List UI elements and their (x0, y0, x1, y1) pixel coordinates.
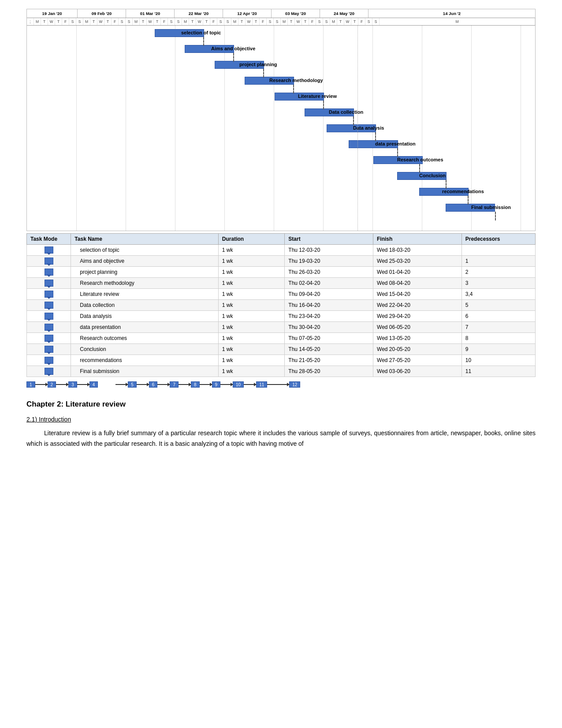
task-start-cell: Thu 23-04-20 (285, 311, 373, 322)
task-name-cell: Conclusion (71, 344, 218, 355)
gantt-day-header: ; M T W T F S S M T W T F S S M T W T F … (27, 18, 535, 26)
task-mode-icon (45, 368, 53, 375)
table-row: Final submission1 wkThu 28-05-20Wed 03-0… (27, 366, 536, 377)
date-cell: 09 Feb '20 (78, 9, 126, 18)
task-name-cell: Data analysis (71, 311, 218, 322)
timeline-bottom: 1 2 3 4 5 6 7 8 (26, 381, 536, 388)
day-label: M (34, 18, 41, 25)
day-label: T (154, 18, 161, 25)
gantt-label-data-coll: Data collection (329, 109, 363, 115)
date-cell: 22 Mar '20 (175, 9, 223, 18)
task-start-cell: Thu 26-03-20 (285, 267, 373, 278)
task-mode-icon (45, 291, 53, 298)
day-label: T (41, 18, 48, 25)
col-duration: Duration (218, 234, 285, 245)
task-name-cell: Data collection (71, 300, 218, 311)
task-predecessors-cell: 8 (462, 333, 535, 344)
day-label: W (344, 18, 351, 25)
task-name-cell: Research methodology (71, 278, 218, 289)
timeline-box-7: 7 (170, 381, 179, 388)
date-cell: 24 May '20 (320, 9, 368, 18)
day-label: F (358, 18, 365, 25)
day-label: M (133, 18, 140, 25)
task-duration-cell: 1 wk (218, 322, 285, 333)
gantt-date-header: 19 Jan '20 09 Feb '20 01 Mar '20 22 Mar … (27, 9, 535, 18)
task-duration-cell: 1 wk (218, 355, 285, 366)
day-label: T (189, 18, 196, 25)
table-row: selection of topic1 wkThu 12-03-20Wed 18… (27, 245, 536, 256)
task-predecessors-cell: 9 (462, 344, 535, 355)
day-label: W (196, 18, 203, 25)
timeline-arrow (35, 384, 48, 385)
day-label: M (281, 18, 288, 25)
day-label: T (238, 18, 246, 25)
day-label: S (316, 18, 323, 25)
timeline-arrow (220, 384, 233, 385)
task-duration-cell: 1 wk (218, 256, 285, 267)
task-duration-cell: 1 wk (218, 311, 285, 322)
task-predecessors-cell: 10 (462, 355, 535, 366)
day-label: S (168, 18, 175, 25)
day-label: W (147, 18, 154, 25)
gantt-bars-area: selection of topic Aims and objective pr… (27, 26, 535, 231)
day-label: W (246, 18, 253, 25)
task-mode-icon (45, 335, 53, 342)
timeline-box-5: 5 (128, 381, 137, 388)
timeline-box-8: 8 (191, 381, 200, 388)
task-mode-icon (45, 357, 53, 364)
task-predecessors-cell: 6 (462, 311, 535, 322)
task-mode-cell (27, 278, 71, 289)
day-label: T (253, 18, 260, 25)
task-finish-cell: Wed 22-04-20 (373, 300, 462, 311)
day-label: W (295, 18, 302, 25)
col-finish: Finish (373, 234, 462, 245)
task-start-cell: Thu 07-05-20 (285, 333, 373, 344)
task-name-cell: selection of topic (71, 245, 218, 256)
task-start-cell: Thu 14-05-20 (285, 344, 373, 355)
task-predecessors-cell: 7 (462, 322, 535, 333)
gantt-label-conclusion: Conclusion (419, 173, 446, 178)
task-mode-icon (45, 302, 53, 309)
day-label: T (337, 18, 344, 25)
task-duration-cell: 1 wk (218, 366, 285, 377)
task-finish-cell: Wed 03-06-20 (373, 366, 462, 377)
day-label: S (274, 18, 281, 25)
timeline-box-6: 6 (149, 381, 158, 388)
task-name-cell: project planning (71, 267, 218, 278)
day-label: S (323, 18, 330, 25)
task-duration-cell: 1 wk (218, 267, 285, 278)
task-finish-cell: Wed 06-05-20 (373, 322, 462, 333)
day-label: F (161, 18, 168, 25)
date-cell: 12 Apr '20 (223, 9, 272, 18)
gantt-label-research-meth: Research methodology (269, 78, 323, 83)
day-label: S (69, 18, 76, 25)
timeline-box-3: 3 (68, 381, 77, 388)
day-label: F (309, 18, 316, 25)
day-label: ; (27, 18, 34, 25)
timeline-box-4: 4 (89, 381, 98, 388)
day-label: T (203, 18, 210, 25)
task-name-cell: Aims and objective (71, 256, 218, 267)
table-row: recommendations1 wkThu 21-05-20Wed 27-05… (27, 355, 536, 366)
section-title: 2.1) Introduction (26, 416, 536, 423)
task-finish-cell: Wed 27-05-20 (373, 355, 462, 366)
task-mode-cell (27, 267, 71, 278)
task-name-cell: data presentation (71, 322, 218, 333)
gantt-chart: 19 Jan '20 09 Feb '20 01 Mar '20 22 Mar … (26, 9, 536, 231)
table-row: Literature review1 wkThu 09-04-20Wed 15-… (27, 289, 536, 300)
task-mode-icon (45, 346, 53, 353)
task-start-cell: Thu 16-04-20 (285, 300, 373, 311)
day-label: S (119, 18, 126, 25)
task-finish-cell: Wed 08-04-20 (373, 278, 462, 289)
gantt-label-recommendations: recommendations (442, 189, 484, 194)
timeline-arrow (244, 384, 256, 385)
day-label: T (351, 18, 358, 25)
task-finish-cell: Wed 29-04-20 (373, 311, 462, 322)
timeline-arrow (77, 384, 89, 385)
timeline-box-9: 9 (212, 381, 221, 388)
day-label: S (224, 18, 231, 25)
task-mode-icon (45, 324, 53, 331)
task-mode-icon (45, 280, 53, 287)
task-mode-cell (27, 322, 71, 333)
day-label: M (231, 18, 238, 25)
